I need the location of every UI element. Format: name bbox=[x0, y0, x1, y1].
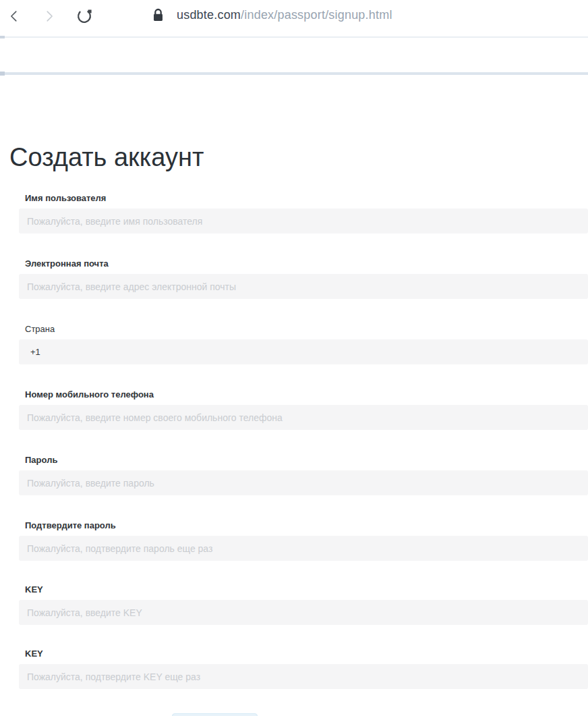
field-label: KEY bbox=[25, 649, 588, 659]
form-field-email: Электронная почта bbox=[19, 258, 588, 299]
form-field-password: Пароль bbox=[19, 455, 588, 495]
confirm-key-input[interactable] bbox=[19, 664, 588, 689]
form-field-confirm-password: Подтвердите пароль bbox=[19, 520, 588, 561]
password-input[interactable] bbox=[19, 470, 588, 495]
field-label: Имя пользователя bbox=[25, 193, 588, 204]
form-field-country: Страна +1 bbox=[19, 324, 588, 364]
username-input[interactable] bbox=[19, 209, 588, 233]
form-field-username: Имя пользователя bbox=[19, 193, 588, 233]
field-label: Страна bbox=[25, 324, 588, 335]
field-label: Подтвердите пароль bbox=[25, 520, 588, 531]
signup-form: Имя пользователя Электронная почта Стран… bbox=[0, 0, 588, 716]
email-input[interactable] bbox=[19, 274, 588, 299]
confirm-password-input[interactable] bbox=[19, 536, 588, 561]
form-field-confirm-key: KEY bbox=[19, 649, 588, 689]
field-label: KEY bbox=[25, 584, 588, 595]
browser-window: usdbte.com/index/passport/signup.html Со… bbox=[0, 0, 588, 716]
field-label: Номер мобильного телефона bbox=[25, 389, 588, 400]
phone-input[interactable] bbox=[19, 405, 588, 430]
field-label: Пароль bbox=[25, 455, 588, 466]
form-field-key: KEY bbox=[19, 584, 588, 625]
form-field-phone: Номер мобильного телефона bbox=[19, 389, 588, 430]
country-select[interactable]: +1 bbox=[19, 339, 588, 364]
key-input[interactable] bbox=[19, 600, 588, 625]
signup-submit-button[interactable] bbox=[172, 713, 258, 716]
field-label: Электронная почта bbox=[25, 258, 588, 269]
